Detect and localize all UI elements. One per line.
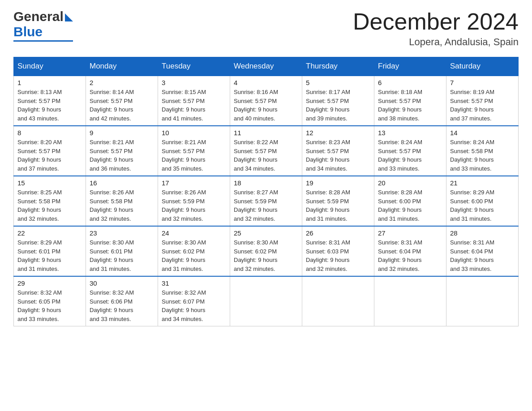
day-info: Sunrise: 8:15 AMSunset: 5:57 PMDaylight:…: [162, 88, 226, 123]
day-number: 20: [378, 179, 442, 187]
day-info: Sunrise: 8:21 AMSunset: 5:57 PMDaylight:…: [162, 138, 226, 173]
calendar-cell: 21Sunrise: 8:29 AMSunset: 6:00 PMDayligh…: [446, 176, 519, 226]
day-number: 19: [306, 179, 370, 187]
day-info: Sunrise: 8:24 AMSunset: 5:58 PMDaylight:…: [450, 138, 515, 173]
calendar-cell: 22Sunrise: 8:29 AMSunset: 6:01 PMDayligh…: [14, 226, 86, 276]
day-number: 3: [162, 79, 226, 86]
calendar-table: SundayMondayTuesdayWednesdayThursdayFrid…: [13, 57, 519, 326]
day-number: 10: [162, 129, 226, 137]
day-info: Sunrise: 8:29 AMSunset: 6:01 PMDaylight:…: [17, 238, 82, 273]
day-number: 17: [162, 179, 226, 187]
day-info: Sunrise: 8:32 AMSunset: 6:06 PMDaylight:…: [90, 288, 154, 323]
column-header-wednesday: Wednesday: [230, 57, 302, 76]
day-number: 25: [234, 229, 298, 237]
day-info: Sunrise: 8:26 AMSunset: 5:59 PMDaylight:…: [162, 188, 226, 223]
day-info: Sunrise: 8:21 AMSunset: 5:57 PMDaylight:…: [90, 138, 154, 173]
day-info: Sunrise: 8:20 AMSunset: 5:57 PMDaylight:…: [17, 138, 82, 173]
day-number: 12: [306, 129, 370, 137]
day-info: Sunrise: 8:14 AMSunset: 5:57 PMDaylight:…: [90, 88, 154, 123]
day-number: 8: [17, 129, 82, 137]
logo-underline: [13, 40, 73, 42]
calendar-cell: 13Sunrise: 8:24 AMSunset: 5:57 PMDayligh…: [374, 126, 446, 176]
day-info: Sunrise: 8:31 AMSunset: 6:03 PMDaylight:…: [306, 238, 370, 273]
column-header-thursday: Thursday: [302, 57, 374, 76]
day-info: Sunrise: 8:27 AMSunset: 5:59 PMDaylight:…: [234, 188, 298, 223]
calendar-cell: 8Sunrise: 8:20 AMSunset: 5:57 PMDaylight…: [14, 126, 86, 176]
day-number: 23: [90, 229, 154, 237]
day-info: Sunrise: 8:24 AMSunset: 5:57 PMDaylight:…: [378, 138, 442, 173]
calendar-cell: [374, 276, 446, 326]
day-number: 1: [17, 79, 82, 86]
day-number: 21: [450, 179, 515, 187]
calendar-header-row: SundayMondayTuesdayWednesdayThursdayFrid…: [14, 57, 519, 76]
calendar-cell: 31Sunrise: 8:32 AMSunset: 6:07 PMDayligh…: [158, 276, 230, 326]
calendar-cell: 30Sunrise: 8:32 AMSunset: 6:06 PMDayligh…: [86, 276, 158, 326]
day-info: Sunrise: 8:26 AMSunset: 5:58 PMDaylight:…: [90, 188, 154, 223]
day-info: Sunrise: 8:23 AMSunset: 5:57 PMDaylight:…: [306, 138, 370, 173]
calendar-cell: 6Sunrise: 8:18 AMSunset: 5:57 PMDaylight…: [374, 76, 446, 126]
calendar-week-row: 15Sunrise: 8:25 AMSunset: 5:58 PMDayligh…: [14, 176, 519, 226]
calendar-cell: 25Sunrise: 8:30 AMSunset: 6:02 PMDayligh…: [230, 226, 302, 276]
day-info: Sunrise: 8:25 AMSunset: 5:58 PMDaylight:…: [17, 188, 82, 223]
day-number: 31: [162, 279, 226, 287]
calendar-cell: [446, 276, 519, 326]
calendar-cell: 26Sunrise: 8:31 AMSunset: 6:03 PMDayligh…: [302, 226, 374, 276]
calendar-cell: [302, 276, 374, 326]
title-area: December 2024 Lopera, Andalusia, Spain: [353, 9, 519, 48]
calendar-cell: 16Sunrise: 8:26 AMSunset: 5:58 PMDayligh…: [86, 176, 158, 226]
day-info: Sunrise: 8:16 AMSunset: 5:57 PMDaylight:…: [234, 88, 298, 123]
calendar-cell: 24Sunrise: 8:30 AMSunset: 6:02 PMDayligh…: [158, 226, 230, 276]
logo-blue: Blue: [13, 24, 43, 39]
calendar-week-row: 1Sunrise: 8:13 AMSunset: 5:57 PMDaylight…: [14, 76, 519, 126]
day-info: Sunrise: 8:19 AMSunset: 5:57 PMDaylight:…: [450, 88, 515, 123]
logo: General Blue: [13, 9, 73, 42]
day-number: 11: [234, 129, 298, 137]
location-title: Lopera, Andalusia, Spain: [353, 36, 519, 48]
calendar-cell: 9Sunrise: 8:21 AMSunset: 5:57 PMDaylight…: [86, 126, 158, 176]
calendar-cell: 14Sunrise: 8:24 AMSunset: 5:58 PMDayligh…: [446, 126, 519, 176]
calendar-cell: 27Sunrise: 8:31 AMSunset: 6:04 PMDayligh…: [374, 226, 446, 276]
calendar-cell: 15Sunrise: 8:25 AMSunset: 5:58 PMDayligh…: [14, 176, 86, 226]
day-number: 27: [378, 229, 442, 237]
logo-arrow-icon: [65, 13, 73, 21]
calendar-week-row: 22Sunrise: 8:29 AMSunset: 6:01 PMDayligh…: [14, 226, 519, 276]
calendar-cell: [230, 276, 302, 326]
day-number: 16: [90, 179, 154, 187]
calendar-cell: 2Sunrise: 8:14 AMSunset: 5:57 PMDaylight…: [86, 76, 158, 126]
calendar-cell: 10Sunrise: 8:21 AMSunset: 5:57 PMDayligh…: [158, 126, 230, 176]
calendar-cell: 7Sunrise: 8:19 AMSunset: 5:57 PMDaylight…: [446, 76, 519, 126]
day-info: Sunrise: 8:28 AMSunset: 5:59 PMDaylight:…: [306, 188, 370, 223]
day-number: 28: [450, 229, 515, 237]
day-info: Sunrise: 8:17 AMSunset: 5:57 PMDaylight:…: [306, 88, 370, 123]
day-info: Sunrise: 8:18 AMSunset: 5:57 PMDaylight:…: [378, 88, 442, 123]
day-number: 13: [378, 129, 442, 137]
day-info: Sunrise: 8:30 AMSunset: 6:02 PMDaylight:…: [234, 238, 298, 273]
day-number: 2: [90, 79, 154, 86]
day-info: Sunrise: 8:31 AMSunset: 6:04 PMDaylight:…: [450, 238, 515, 273]
logo-general: General: [13, 9, 64, 24]
day-info: Sunrise: 8:29 AMSunset: 6:00 PMDaylight:…: [450, 188, 515, 223]
day-number: 5: [306, 79, 370, 86]
day-number: 9: [90, 129, 154, 137]
page-header: General Blue December 2024 Lopera, Andal…: [13, 9, 519, 48]
calendar-cell: 1Sunrise: 8:13 AMSunset: 5:57 PMDaylight…: [14, 76, 86, 126]
calendar-cell: 4Sunrise: 8:16 AMSunset: 5:57 PMDaylight…: [230, 76, 302, 126]
day-info: Sunrise: 8:30 AMSunset: 6:01 PMDaylight:…: [90, 238, 154, 273]
day-number: 7: [450, 79, 515, 86]
calendar-cell: 5Sunrise: 8:17 AMSunset: 5:57 PMDaylight…: [302, 76, 374, 126]
day-number: 14: [450, 129, 515, 137]
column-header-friday: Friday: [374, 57, 446, 76]
day-number: 4: [234, 79, 298, 86]
calendar-cell: 12Sunrise: 8:23 AMSunset: 5:57 PMDayligh…: [302, 126, 374, 176]
day-info: Sunrise: 8:32 AMSunset: 6:05 PMDaylight:…: [17, 288, 82, 323]
day-info: Sunrise: 8:13 AMSunset: 5:57 PMDaylight:…: [17, 88, 82, 123]
day-info: Sunrise: 8:22 AMSunset: 5:57 PMDaylight:…: [234, 138, 298, 173]
calendar-cell: 29Sunrise: 8:32 AMSunset: 6:05 PMDayligh…: [14, 276, 86, 326]
day-number: 24: [162, 229, 226, 237]
calendar-cell: 19Sunrise: 8:28 AMSunset: 5:59 PMDayligh…: [302, 176, 374, 226]
day-info: Sunrise: 8:28 AMSunset: 6:00 PMDaylight:…: [378, 188, 442, 223]
calendar-cell: 17Sunrise: 8:26 AMSunset: 5:59 PMDayligh…: [158, 176, 230, 226]
day-number: 22: [17, 229, 82, 237]
day-number: 26: [306, 229, 370, 237]
column-header-monday: Monday: [86, 57, 158, 76]
